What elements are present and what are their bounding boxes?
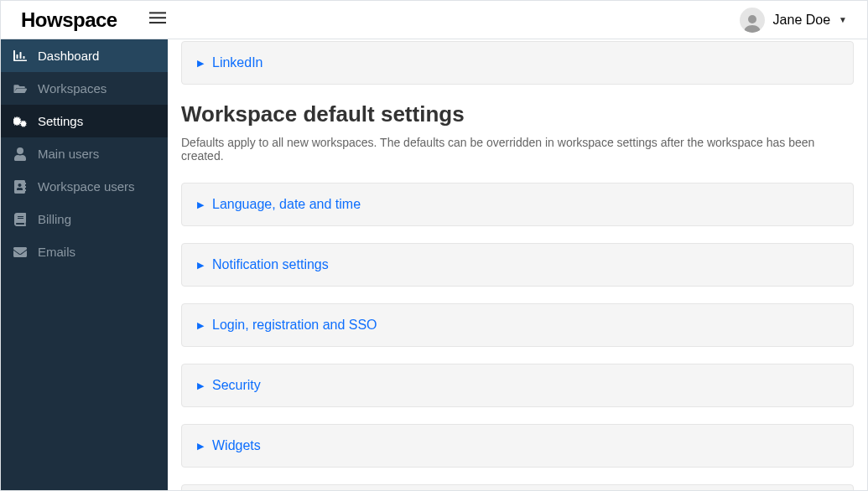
sidebar-item-settings[interactable]: Settings	[1, 105, 168, 137]
sidebar-item-label: Billing	[38, 212, 71, 226]
accordion-label: Notification settings	[212, 257, 329, 272]
caret-right-icon: ▶	[197, 320, 204, 331]
accordion-label: Security	[212, 378, 261, 393]
caret-right-icon: ▶	[197, 199, 204, 210]
book-icon	[13, 213, 28, 226]
sidebar-item-emails[interactable]: Emails	[1, 235, 168, 268]
sidebar-item-label: Workspace users	[38, 179, 135, 194]
accordion-widgets[interactable]: ▶ Widgets	[181, 424, 854, 468]
accordion-login[interactable]: ▶ Login, registration and SSO	[181, 303, 854, 347]
caret-down-icon: ▼	[839, 15, 847, 24]
sidebar-item-label: Settings	[38, 114, 83, 128]
envelope-icon	[13, 246, 28, 259]
sidebar-item-label: Dashboard	[38, 49, 99, 63]
accordion-linkedin[interactable]: ▶ LinkedIn	[181, 41, 854, 85]
gears-icon	[13, 115, 28, 128]
accordion-label: Login, registration and SSO	[212, 318, 377, 333]
accordion-features[interactable]: ▶ Features	[181, 484, 854, 490]
sidebar: Dashboard Workspaces Settings Main users…	[1, 39, 168, 490]
caret-right-icon: ▶	[197, 260, 204, 271]
sidebar-item-billing[interactable]: Billing	[1, 203, 168, 235]
caret-right-icon: ▶	[197, 380, 204, 391]
caret-right-icon: ▶	[197, 441, 204, 452]
caret-right-icon: ▶	[197, 58, 204, 69]
sidebar-item-label: Emails	[38, 245, 75, 259]
hamburger-icon[interactable]	[143, 6, 173, 34]
accordion-label: LinkedIn	[212, 55, 263, 70]
accordion-notifications[interactable]: ▶ Notification settings	[181, 243, 854, 287]
app-logo: Howspace	[13, 8, 143, 32]
sidebar-item-dashboard[interactable]: Dashboard	[1, 39, 168, 72]
accordion-label: Widgets	[212, 438, 261, 453]
address-book-icon	[13, 180, 28, 194]
svg-point-3	[748, 15, 756, 23]
section-title: Workspace default settings	[181, 101, 854, 127]
topbar: Howspace Jane Doe ▼	[1, 1, 867, 39]
user-menu[interactable]: Jane Doe ▼	[740, 8, 855, 33]
sidebar-item-label: Main users	[38, 147, 99, 161]
accordion-label: Language, date and time	[212, 197, 361, 212]
avatar-icon	[740, 8, 765, 33]
main-content: ▶ LinkedIn Workspace default settings De…	[168, 39, 867, 490]
svg-rect-0	[149, 12, 166, 13]
folder-open-icon	[13, 82, 28, 96]
svg-rect-2	[149, 22, 166, 23]
sidebar-item-workspace-users[interactable]: Workspace users	[1, 170, 168, 203]
accordion-security[interactable]: ▶ Security	[181, 364, 854, 407]
sidebar-item-workspaces[interactable]: Workspaces	[1, 72, 168, 105]
accordion-language[interactable]: ▶ Language, date and time	[181, 183, 854, 226]
sidebar-item-main-users[interactable]: Main users	[1, 137, 168, 170]
sidebar-item-label: Workspaces	[38, 81, 107, 96]
chart-icon	[13, 49, 28, 63]
user-icon	[13, 147, 28, 161]
section-description: Defaults apply to all new workspaces. Th…	[181, 136, 854, 163]
user-name: Jane Doe	[773, 13, 831, 28]
svg-rect-1	[149, 17, 166, 18]
